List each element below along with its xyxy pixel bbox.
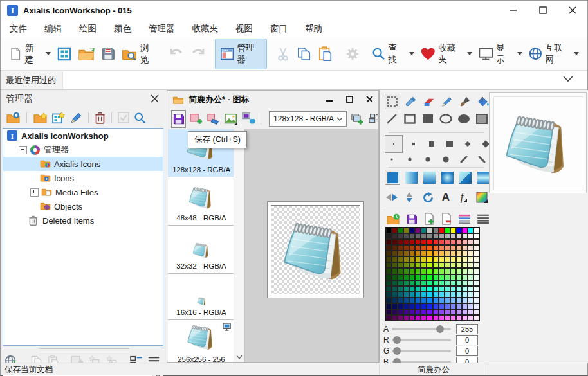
palette-swatch[interactable]: [392, 315, 398, 321]
palette-swatch[interactable]: [462, 286, 468, 292]
brush-size-4[interactable]: [443, 137, 457, 151]
palette-swatch[interactable]: [421, 298, 427, 303]
palette-swatch[interactable]: [433, 251, 439, 256]
doc-minimize-button[interactable]: [326, 96, 333, 103]
palette-swatch[interactable]: [456, 256, 462, 262]
palette-swatch[interactable]: [468, 245, 473, 251]
palette-swatch[interactable]: [445, 228, 450, 233]
palette-swatch[interactable]: [439, 315, 445, 321]
palette-swatch[interactable]: [409, 286, 415, 292]
palette-swatch[interactable]: [398, 309, 403, 315]
palette-swatch[interactable]: [468, 251, 473, 256]
palette-swatch[interactable]: [427, 256, 432, 262]
brush-diamond-small[interactable]: [461, 137, 475, 151]
palette-swatch[interactable]: [462, 245, 468, 251]
palette-swatch[interactable]: [427, 286, 432, 292]
palette-swatch[interactable]: [392, 262, 398, 268]
palette-swatch[interactable]: [468, 298, 473, 303]
brush-slash[interactable]: [457, 154, 471, 165]
palette-swatch[interactable]: [386, 303, 392, 309]
palette-swatch[interactable]: [456, 280, 462, 286]
cut-button[interactable]: [276, 47, 290, 61]
palette-swatch[interactable]: [450, 233, 456, 239]
palette-swatch[interactable]: [421, 251, 427, 256]
palette-swatch[interactable]: [473, 251, 479, 256]
remove-color-button[interactable]: [441, 213, 452, 225]
menu-item-8[interactable]: 帮助: [305, 23, 322, 35]
filled-ellipse-tool[interactable]: [457, 112, 471, 126]
palette-swatch[interactable]: [433, 309, 439, 315]
palette-swatch[interactable]: [433, 286, 439, 292]
palette-swatch[interactable]: [409, 274, 415, 280]
palette-swatch[interactable]: [433, 228, 439, 233]
brush-backslash[interactable]: [475, 154, 489, 165]
slider-value[interactable]: 0: [456, 346, 478, 356]
palette-swatch[interactable]: [473, 245, 479, 251]
eraser-tool[interactable]: [422, 94, 436, 109]
palette-swatch[interactable]: [403, 303, 409, 309]
palette-swatch[interactable]: [421, 245, 427, 251]
palette-swatch[interactable]: [445, 292, 450, 298]
palette-swatch[interactable]: [421, 256, 427, 262]
palette-swatch[interactable]: [427, 262, 432, 268]
palette-swatch[interactable]: [450, 303, 456, 309]
paste-button[interactable]: [318, 46, 333, 62]
expand-expander[interactable]: [30, 188, 39, 197]
palette-swatch[interactable]: [456, 309, 462, 315]
palette-swatch[interactable]: [456, 245, 462, 251]
palette-swatch[interactable]: [439, 251, 445, 256]
palette-swatch[interactable]: [409, 298, 415, 303]
palette-swatch[interactable]: [415, 309, 421, 315]
palette-swatch[interactable]: [403, 245, 409, 251]
palette-swatch[interactable]: [415, 228, 421, 233]
editor-canvas-area[interactable]: [245, 129, 378, 362]
palette-swatch[interactable]: [403, 286, 409, 292]
palette-swatch[interactable]: [433, 268, 439, 274]
transparency-checkerboard[interactable]: [271, 205, 360, 294]
tree-item-axialis-icons[interactable]: Axialis Icons: [3, 157, 163, 171]
palette-swatch[interactable]: [473, 233, 479, 239]
copy-button[interactable]: [297, 47, 312, 61]
fill-style-mirror[interactable]: [476, 170, 490, 184]
settings-button[interactable]: [345, 47, 360, 61]
palette-swatch[interactable]: [456, 262, 462, 268]
palette-swatch[interactable]: [421, 315, 427, 321]
palette-swatch[interactable]: [421, 280, 427, 286]
brush-dot-2[interactable]: [403, 154, 417, 165]
palette-swatch[interactable]: [403, 251, 409, 256]
palette-swatch[interactable]: [462, 309, 468, 315]
palette-swatch[interactable]: [450, 309, 456, 315]
slider-value[interactable]: 0: [456, 335, 478, 345]
image-format-row-3[interactable]: 16x16 - RGB/A: [168, 274, 235, 320]
palette-swatch[interactable]: [427, 245, 432, 251]
palette-swatch[interactable]: [456, 274, 462, 280]
palette-swatch[interactable]: [415, 245, 421, 251]
palette-swatch[interactable]: [398, 245, 403, 251]
brush-dot-3[interactable]: [421, 154, 435, 165]
menu-item-2[interactable]: 绘图: [79, 23, 96, 35]
menu-item-0[interactable]: 文件: [10, 23, 27, 35]
palette-swatch[interactable]: [468, 233, 473, 239]
palette-swatch[interactable]: [456, 286, 462, 292]
browse-button[interactable]: 浏览: [122, 42, 156, 66]
palette-swatch[interactable]: [421, 262, 427, 268]
fill-style-solid[interactable]: [385, 170, 400, 185]
palette-swatch[interactable]: [398, 233, 403, 239]
tree-item-objects[interactable]: Objects: [3, 199, 163, 213]
palette-swatch[interactable]: [473, 280, 479, 286]
palette-swatch[interactable]: [433, 280, 439, 286]
palette-swatch[interactable]: [427, 292, 432, 298]
palette-swatch[interactable]: [456, 233, 462, 239]
palette-swatch[interactable]: [462, 303, 468, 309]
load-palette-button[interactable]: [386, 213, 400, 225]
palette-swatch[interactable]: [433, 315, 439, 321]
palette-swatch[interactable]: [433, 262, 439, 268]
effects-tool[interactable]: f: [457, 190, 471, 204]
palette-swatch[interactable]: [468, 286, 473, 292]
palette-swatch[interactable]: [386, 298, 392, 303]
palette-swatch[interactable]: [398, 251, 403, 256]
palette-swatch[interactable]: [386, 239, 392, 245]
palette-swatch[interactable]: [468, 280, 473, 286]
palette-swatch[interactable]: [445, 245, 450, 251]
palette-swatch[interactable]: [468, 268, 473, 274]
